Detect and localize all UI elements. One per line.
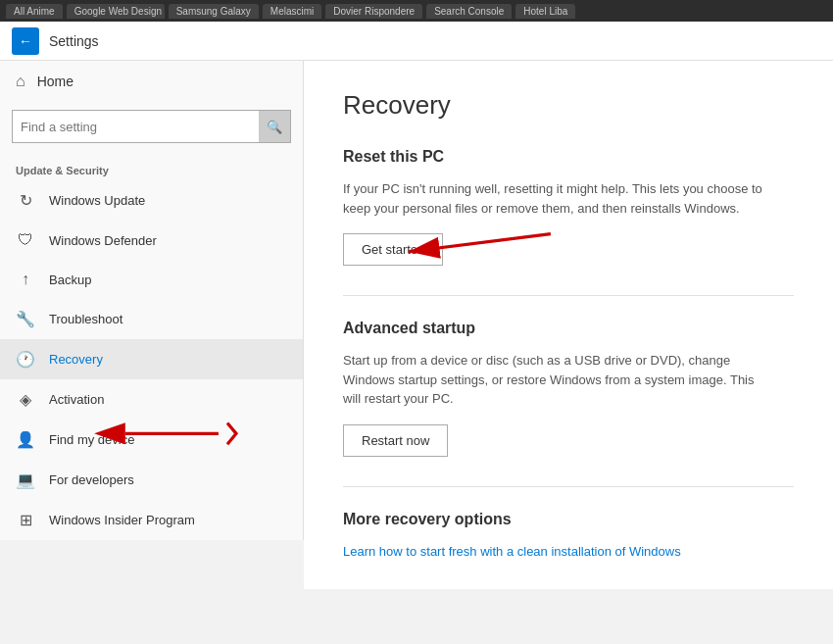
clean-install-link[interactable]: Learn how to start fresh with a clean in… — [343, 544, 681, 559]
settings-window: ← Settings ⌂ Home 🔍 Update & Se — [0, 22, 833, 644]
browser-tab-bar: All Anime Google Web Design Samsung Gala… — [0, 0, 833, 22]
sidebar-item-label: Windows Defender — [49, 233, 157, 248]
search-input[interactable] — [13, 114, 259, 140]
sidebar-item-label: Activation — [49, 392, 104, 407]
sidebar-item-backup[interactable]: ↑ Backup — [0, 260, 303, 299]
search-button[interactable]: 🔍 — [259, 111, 290, 142]
troubleshoot-icon: 🔧 — [16, 310, 35, 328]
sidebar-item-label: Windows Insider Program — [49, 513, 195, 527]
home-icon: ⌂ — [16, 73, 25, 90]
page-title: Recovery — [343, 90, 794, 121]
sidebar-item-label: Troubleshoot — [49, 312, 122, 326]
sidebar-item-label: Windows Update — [49, 193, 145, 208]
section-divider-2 — [343, 486, 794, 487]
sidebar-item-troubleshoot[interactable]: 🔧 Troubleshoot — [0, 299, 303, 339]
home-label: Home — [37, 74, 74, 89]
tab-4[interactable]: Melascimi — [263, 4, 321, 19]
sidebar-item-for-developers[interactable]: 💻 For developers — [0, 460, 303, 500]
tab-6[interactable]: Search Console — [426, 4, 512, 19]
tab-1[interactable]: All Anime — [6, 4, 63, 19]
sidebar-item-home[interactable]: ⌂ Home — [0, 61, 303, 102]
more-recovery-title: More recovery options — [343, 511, 794, 528]
sidebar-item-activation[interactable]: ◈ Activation — [0, 379, 303, 420]
sidebar-item-recovery[interactable]: 🕐 Recovery — [0, 339, 303, 379]
get-started-button[interactable]: Get started — [343, 233, 443, 266]
main-layout: ⌂ Home 🔍 Update & Security ↻ Windows Upd… — [0, 61, 833, 644]
advanced-description: Start up from a device or disc (such as … — [343, 351, 774, 409]
find-device-icon: 👤 — [16, 430, 35, 449]
section-label: Update & Security — [0, 151, 303, 180]
tab-7[interactable]: Hotel Liba — [515, 4, 575, 19]
advanced-section-title: Advanced startup — [343, 320, 794, 337]
search-container: 🔍 — [0, 102, 303, 151]
reset-section-title: Reset this PC — [343, 148, 794, 166]
sidebar-item-label: Backup — [49, 272, 91, 287]
search-box: 🔍 — [12, 110, 291, 143]
activation-icon: ◈ — [16, 390, 35, 409]
windows-update-icon: ↻ — [16, 191, 35, 210]
sidebar-item-label: Find my device — [49, 432, 134, 447]
developers-icon: 💻 — [16, 471, 35, 489]
tab-5[interactable]: Dovier Rispondere — [325, 4, 422, 19]
reset-description: If your PC isn't running well, resetting… — [343, 179, 774, 218]
sidebar-item-windows-update[interactable]: ↻ Windows Update — [0, 180, 303, 221]
content-area: Recovery Reset this PC If your PC isn't … — [304, 61, 833, 589]
sidebar-item-label: Recovery — [49, 352, 103, 367]
sidebar-wrapper: ⌂ Home 🔍 Update & Security ↻ Windows Upd… — [0, 61, 304, 644]
tab-2[interactable]: Google Web Design — [67, 4, 165, 19]
content-wrapper: Recovery Reset this PC If your PC isn't … — [304, 61, 833, 644]
restart-now-button[interactable]: Restart now — [343, 424, 448, 457]
backup-icon: ↑ — [16, 271, 35, 288]
tab-3[interactable]: Samsung Galaxy — [169, 4, 259, 19]
back-button[interactable]: ← — [12, 27, 39, 55]
sidebar-item-windows-defender[interactable]: 🛡 Windows Defender — [0, 221, 303, 260]
section-divider-1 — [343, 295, 794, 296]
sidebar-item-find-my-device[interactable]: 👤 Find my device — [0, 420, 303, 460]
recovery-icon: 🕐 — [16, 350, 35, 369]
sidebar-item-windows-insider[interactable]: ⊞ Windows Insider Program — [0, 500, 303, 540]
windows-defender-icon: 🛡 — [16, 231, 35, 249]
sidebar: ⌂ Home 🔍 Update & Security ↻ Windows Upd… — [0, 61, 304, 540]
window-title: Settings — [49, 33, 99, 49]
insider-icon: ⊞ — [16, 511, 35, 529]
title-bar: ← Settings — [0, 22, 833, 61]
sidebar-item-label: For developers — [49, 472, 134, 487]
